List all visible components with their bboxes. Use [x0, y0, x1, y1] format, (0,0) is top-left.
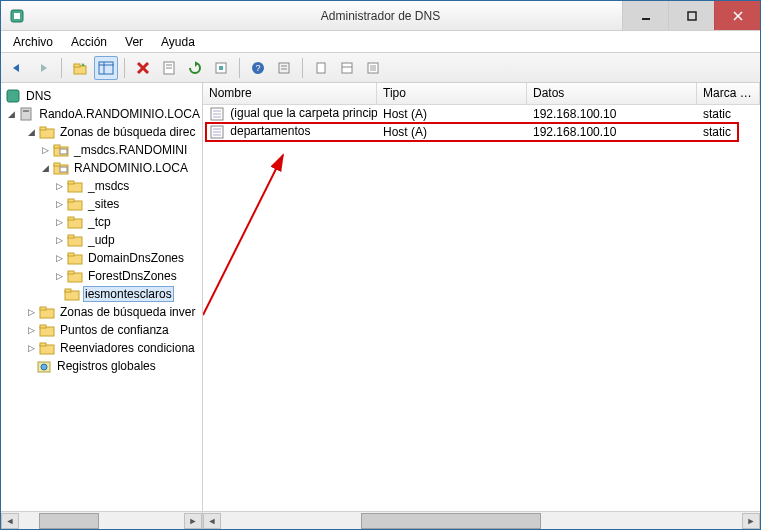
- tree-node-sub-iesmontesclaros[interactable]: iesmontesclaros: [5, 285, 202, 303]
- expand-icon[interactable]: ▷: [54, 235, 64, 245]
- toolbar: ?: [1, 53, 760, 83]
- expand-icon[interactable]: ▷: [54, 271, 64, 281]
- expand-icon[interactable]: ▷: [40, 145, 50, 155]
- window-controls: [622, 1, 760, 30]
- new-zone-button[interactable]: [335, 56, 359, 80]
- forward-button[interactable]: [31, 56, 55, 80]
- menu-accion[interactable]: Acción: [63, 33, 115, 51]
- tree-pane: DNS ◢ RandoA.RANDOMINIO.LOCA ◢ Zonas de …: [1, 83, 203, 529]
- tree-node-trust-points[interactable]: ▷ Puntos de confianza: [5, 321, 202, 339]
- export-button[interactable]: [209, 56, 233, 80]
- folder-icon: [67, 232, 83, 248]
- tree-node-msdcs-zone[interactable]: ▷ _msdcs.RANDOMINI: [5, 141, 202, 159]
- svg-line-68: [203, 155, 283, 315]
- tree-node-sub-msdcs[interactable]: ▷ _msdcs: [5, 177, 202, 195]
- list-row[interactable]: departamentos Host (A) 192.168.100.10 st…: [203, 123, 760, 141]
- tree-node-forwarders[interactable]: ▷ Reenviadores condiciona: [5, 339, 202, 357]
- tree-node-dns[interactable]: DNS: [5, 87, 202, 105]
- expand-icon[interactable]: ▷: [26, 325, 36, 335]
- tree-node-domain-zone[interactable]: ◢ RANDOMINIO.LOCA: [5, 159, 202, 177]
- tree-label: Reenviadores condiciona: [58, 341, 197, 355]
- tree-label: _sites: [86, 197, 121, 211]
- expand-icon[interactable]: ▷: [26, 343, 36, 353]
- tree-node-sub-tcp[interactable]: ▷ _tcp: [5, 213, 202, 231]
- expand-icon[interactable]: ▷: [54, 217, 64, 227]
- list-header: Nombre Tipo Datos Marca de: [203, 83, 760, 105]
- list-row[interactable]: (igual que la carpeta princip... Host (A…: [203, 105, 760, 123]
- svg-rect-49: [68, 271, 74, 274]
- column-header-datos[interactable]: Datos: [527, 83, 697, 104]
- tree-node-sub-udp[interactable]: ▷ _udp: [5, 231, 202, 249]
- tree-label: Registros globales: [55, 359, 158, 373]
- menu-ayuda[interactable]: Ayuda: [153, 33, 203, 51]
- show-tree-button[interactable]: [94, 56, 118, 80]
- expand-icon[interactable]: ▷: [54, 181, 64, 191]
- collapse-icon[interactable]: ◢: [40, 163, 50, 173]
- svg-rect-31: [40, 127, 46, 130]
- maximize-button[interactable]: [668, 1, 714, 30]
- tree-node-forward-zones[interactable]: ◢ Zonas de búsqueda direc: [5, 123, 202, 141]
- menu-bar: Archivo Acción Ver Ayuda: [1, 31, 760, 53]
- expand-icon[interactable]: ▷: [26, 307, 36, 317]
- tree-horizontal-scrollbar[interactable]: ◄ ►: [1, 511, 202, 529]
- cell-nombre: departamentos: [230, 124, 310, 138]
- svg-rect-22: [317, 63, 325, 73]
- expand-icon[interactable]: ▷: [54, 199, 64, 209]
- collapse-icon[interactable]: ◢: [8, 109, 15, 119]
- svg-rect-19: [279, 63, 289, 73]
- scroll-thumb[interactable]: [361, 513, 541, 529]
- new-record-button[interactable]: [309, 56, 333, 80]
- tree-node-server[interactable]: ◢ RandoA.RANDOMINIO.LOCA: [5, 105, 202, 123]
- svg-rect-57: [40, 343, 46, 346]
- tree-label: _msdcs: [86, 179, 131, 193]
- svg-rect-34: [60, 149, 67, 154]
- scroll-left-button[interactable]: ◄: [203, 513, 221, 529]
- tree-node-sub-forestdns[interactable]: ▷ ForestDnsZones: [5, 267, 202, 285]
- scroll-right-button[interactable]: ►: [742, 513, 760, 529]
- scroll-thumb[interactable]: [39, 513, 99, 529]
- menu-archivo[interactable]: Archivo: [5, 33, 61, 51]
- column-header-nombre[interactable]: Nombre: [203, 83, 377, 104]
- folder-icon: [67, 178, 83, 194]
- list-horizontal-scrollbar[interactable]: ◄ ►: [203, 511, 760, 529]
- tree-node-sub-domaindns[interactable]: ▷ DomainDnsZones: [5, 249, 202, 267]
- refresh-button[interactable]: [183, 56, 207, 80]
- svg-rect-28: [21, 108, 31, 120]
- folder-icon: [64, 286, 80, 302]
- scroll-right-button[interactable]: ►: [184, 513, 202, 529]
- filter-button[interactable]: [272, 56, 296, 80]
- tree-label: _tcp: [86, 215, 113, 229]
- annotation-arrow: [203, 105, 503, 355]
- column-header-marca[interactable]: Marca de: [697, 83, 760, 104]
- list-body[interactable]: (igual que la carpeta princip... Host (A…: [203, 105, 760, 511]
- folder-icon: [39, 124, 55, 140]
- column-header-tipo[interactable]: Tipo: [377, 83, 527, 104]
- back-button[interactable]: [5, 56, 29, 80]
- launch-button[interactable]: [361, 56, 385, 80]
- close-button[interactable]: [714, 1, 760, 30]
- svg-rect-45: [68, 235, 74, 238]
- help-button[interactable]: ?: [246, 56, 270, 80]
- folder-icon: [67, 268, 83, 284]
- title-bar: Administrador de DNS: [1, 1, 760, 31]
- svg-rect-53: [40, 307, 46, 310]
- folder-icon: [67, 196, 83, 212]
- expand-icon[interactable]: ▷: [54, 253, 64, 263]
- folder-icon: [39, 304, 55, 320]
- properties-button[interactable]: [157, 56, 181, 80]
- up-button[interactable]: [68, 56, 92, 80]
- tree-view[interactable]: DNS ◢ RandoA.RANDOMINIO.LOCA ◢ Zonas de …: [1, 83, 202, 511]
- toolbar-separator: [61, 58, 62, 78]
- minimize-button[interactable]: [622, 1, 668, 30]
- tree-label: _udp: [86, 233, 117, 247]
- tree-label: DomainDnsZones: [86, 251, 186, 265]
- scroll-left-button[interactable]: ◄: [1, 513, 19, 529]
- tree-node-sub-sites[interactable]: ▷ _sites: [5, 195, 202, 213]
- tree-node-reverse-zones[interactable]: ▷ Zonas de búsqueda inver: [5, 303, 202, 321]
- delete-button[interactable]: [131, 56, 155, 80]
- tree-node-global[interactable]: Registros globales: [5, 357, 202, 375]
- menu-ver[interactable]: Ver: [117, 33, 151, 51]
- tree-label: DNS: [24, 89, 53, 103]
- svg-rect-33: [54, 145, 60, 148]
- collapse-icon[interactable]: ◢: [26, 127, 36, 137]
